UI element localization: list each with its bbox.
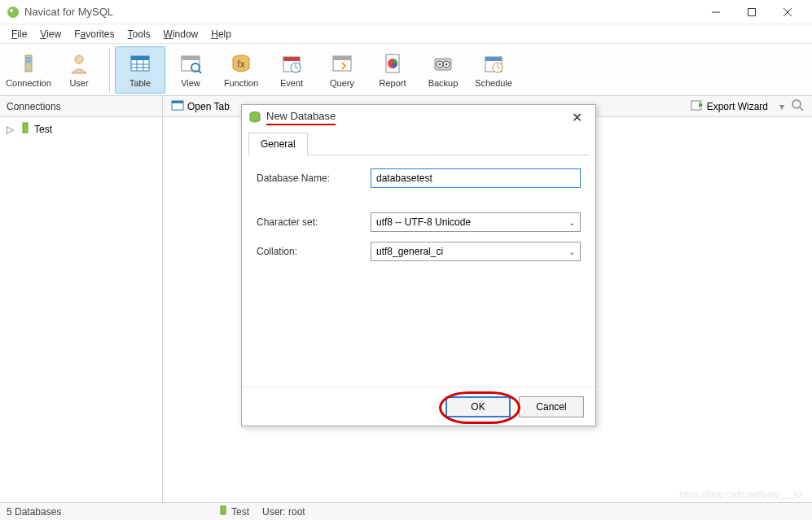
db-name-input[interactable] xyxy=(371,168,581,188)
table-icon xyxy=(129,52,151,75)
app-icon xyxy=(7,6,20,19)
open-table-icon xyxy=(171,98,184,114)
svg-rect-23 xyxy=(283,57,300,61)
function-icon: fx xyxy=(230,52,252,75)
tab-general[interactable]: General xyxy=(248,133,308,155)
schedule-button[interactable]: Schedule xyxy=(468,46,519,94)
svg-point-0 xyxy=(7,7,19,18)
connections-label: Connections xyxy=(0,96,163,116)
charset-select[interactable]: utf8 -- UTF-8 Unicode ⌄ xyxy=(371,212,581,232)
collation-select[interactable]: utf8_general_ci ⌄ xyxy=(371,242,581,261)
event-icon xyxy=(280,52,303,75)
dialog-title: New Database xyxy=(266,110,336,125)
svg-point-35 xyxy=(446,63,448,65)
open-table-button[interactable]: Open Tab xyxy=(166,97,235,116)
svg-text:fx: fx xyxy=(237,59,244,70)
svg-rect-11 xyxy=(131,56,149,60)
new-database-dialog: New Database ✕ General Database Name: Ch… xyxy=(241,104,596,426)
menu-file[interactable]: File xyxy=(5,26,33,42)
toolbar-separator xyxy=(109,47,110,93)
tree-item-connection[interactable]: ▷ Test xyxy=(3,120,159,138)
minimize-button[interactable] xyxy=(698,0,734,24)
svg-rect-7 xyxy=(26,57,31,59)
db-name-label: Database Name: xyxy=(257,173,371,184)
menu-favorites[interactable]: Favorites xyxy=(68,26,121,42)
svg-rect-47 xyxy=(221,506,226,514)
view-button[interactable]: View xyxy=(165,46,216,94)
view-icon xyxy=(179,52,202,75)
backup-button[interactable]: Backup xyxy=(418,46,468,94)
dialog-tabs: General xyxy=(248,133,589,155)
schedule-icon xyxy=(482,52,505,75)
maximize-button[interactable] xyxy=(734,0,770,24)
chevron-down-icon: ⌄ xyxy=(568,247,575,256)
svg-rect-17 xyxy=(182,56,200,60)
svg-point-9 xyxy=(75,55,83,63)
query-button[interactable]: Query xyxy=(317,46,367,94)
dialog-footer: OK Cancel xyxy=(242,387,595,426)
svg-rect-37 xyxy=(485,57,502,61)
svg-rect-46 xyxy=(23,123,28,133)
user-icon xyxy=(68,52,90,75)
search-icon[interactable] xyxy=(791,98,804,114)
export-wizard-icon xyxy=(691,98,704,114)
backup-icon xyxy=(432,52,454,75)
status-user: User: root xyxy=(262,506,305,518)
tree-item-label: Test xyxy=(34,124,52,135)
svg-rect-42 xyxy=(172,101,183,103)
report-button[interactable]: Report xyxy=(367,46,418,94)
export-wizard-button[interactable]: Export Wizard xyxy=(686,97,773,116)
status-databases: 5 Databases xyxy=(0,506,212,518)
connections-tree: ▷ Test xyxy=(0,117,163,502)
svg-point-1 xyxy=(10,9,13,12)
watermark: https://blog.csdn.net/paty___ior xyxy=(679,489,804,499)
database-icon xyxy=(248,111,261,124)
svg-line-19 xyxy=(199,71,201,73)
menu-tools[interactable]: Tools xyxy=(121,26,157,42)
status-connection-name: Test xyxy=(231,506,249,518)
dialog-close-button[interactable]: ✕ xyxy=(564,105,589,129)
svg-rect-8 xyxy=(26,60,31,63)
status-connection-icon xyxy=(218,505,228,518)
svg-point-44 xyxy=(792,100,801,108)
query-icon xyxy=(331,52,353,75)
dialog-header: New Database ✕ xyxy=(242,105,595,129)
tree-expander-icon[interactable]: ▷ xyxy=(7,124,16,135)
window-controls xyxy=(698,0,805,24)
dialog-body: Database Name: Character set: utf8 -- UT… xyxy=(242,155,595,387)
title-bar: Navicat for MySQL xyxy=(0,0,812,24)
window-title: Navicat for MySQL xyxy=(24,6,698,18)
menu-window[interactable]: Window xyxy=(157,26,205,42)
close-button[interactable] xyxy=(770,0,805,24)
status-bar: 5 Databases Test User: root xyxy=(0,502,812,520)
svg-point-34 xyxy=(439,63,441,65)
connection-button[interactable]: Connection xyxy=(3,46,54,94)
ok-button[interactable]: OK xyxy=(446,396,511,417)
connection-icon xyxy=(17,52,40,75)
charset-label: Character set: xyxy=(257,216,371,228)
table-button[interactable]: Table xyxy=(115,46,165,94)
cancel-button[interactable]: Cancel xyxy=(519,396,584,417)
svg-line-45 xyxy=(800,107,803,111)
chevron-down-icon: ⌄ xyxy=(568,218,575,227)
menu-bar: File View Favorites Tools Window Help xyxy=(0,24,812,44)
connection-icon xyxy=(20,122,31,136)
main-toolbar: Connection User Table View fx Function E… xyxy=(0,44,812,96)
menu-view[interactable]: View xyxy=(33,26,68,42)
user-button[interactable]: User xyxy=(54,46,104,94)
svg-rect-28 xyxy=(333,56,351,60)
report-icon xyxy=(381,52,404,75)
event-button[interactable]: Event xyxy=(266,46,317,94)
menu-help[interactable]: Help xyxy=(204,26,238,42)
dropdown-chevron-icon[interactable]: ▾ xyxy=(775,101,789,112)
function-button[interactable]: fx Function xyxy=(216,46,266,94)
svg-rect-3 xyxy=(748,8,756,15)
collation-label: Collation: xyxy=(257,246,371,257)
